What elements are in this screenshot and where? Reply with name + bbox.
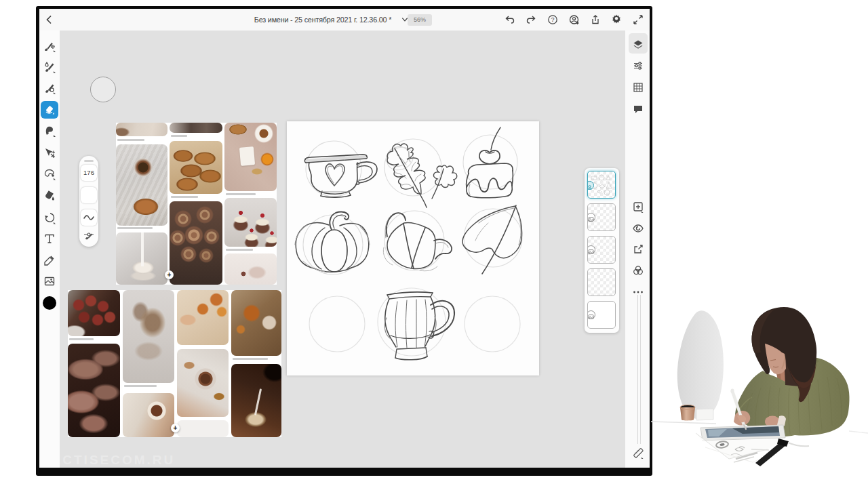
svg-text:?: ? <box>551 16 554 23</box>
